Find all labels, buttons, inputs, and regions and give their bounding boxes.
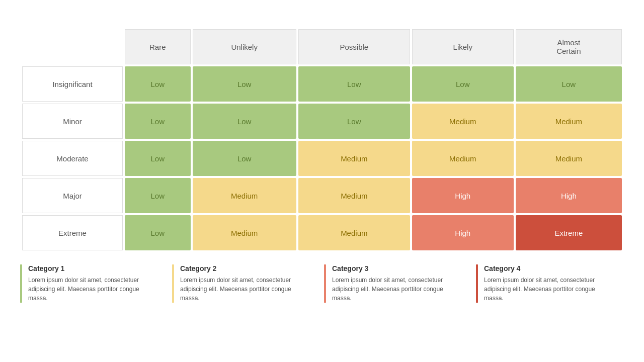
cell-moderate-4: Medium — [516, 141, 622, 176]
cell-minor-3: Medium — [412, 104, 514, 139]
cell-minor-4: Medium — [516, 104, 622, 139]
col-header-unlikely: Unlikely — [193, 29, 296, 64]
cell-extreme-0: Low — [125, 215, 191, 250]
cell-major-0: Low — [125, 178, 191, 213]
category-text-1: Lorem ipsum dolor sit amet, consectetuer… — [28, 276, 160, 303]
category-text-4: Lorem ipsum dolor sit amet, consectetuer… — [484, 276, 616, 303]
col-header-likely: Likely — [412, 29, 514, 64]
cell-moderate-3: Medium — [412, 141, 514, 176]
cell-minor-2: Low — [298, 104, 410, 139]
corner-header — [22, 29, 123, 64]
cell-moderate-1: Low — [193, 141, 296, 176]
cell-minor-1: Low — [193, 104, 296, 139]
cell-insignificant-0: Low — [125, 66, 191, 102]
category-3: Category 3Lorem ipsum dolor sit amet, co… — [324, 264, 472, 303]
cell-insignificant-2: Low — [298, 66, 410, 102]
cell-extreme-1: Medium — [193, 215, 296, 250]
cell-major-4: High — [516, 178, 622, 213]
category-4: Category 4Lorem ipsum dolor sit amet, co… — [476, 264, 624, 303]
row-header-major: Major — [22, 178, 123, 213]
cell-extreme-2: Medium — [298, 215, 410, 250]
col-header-rare: Rare — [125, 29, 191, 64]
heat-map-table: Rare Unlikely Possible Likely AlmostCert… — [20, 27, 624, 252]
cell-insignificant-4: Low — [516, 66, 622, 102]
cell-extreme-4: Extreme — [516, 215, 622, 250]
category-title-3: Category 3 — [332, 264, 464, 273]
category-title-1: Category 1 — [28, 264, 160, 273]
cell-major-3: High — [412, 178, 514, 213]
category-title-4: Category 4 — [484, 264, 616, 273]
category-text-3: Lorem ipsum dolor sit amet, consectetuer… — [332, 276, 464, 303]
cell-major-1: Medium — [193, 178, 296, 213]
cell-major-2: Medium — [298, 178, 410, 213]
cell-moderate-0: Low — [125, 141, 191, 176]
cell-insignificant-3: Low — [412, 66, 514, 102]
category-2: Category 2Lorem ipsum dolor sit amet, co… — [172, 264, 320, 303]
row-header-moderate: Moderate — [22, 141, 123, 176]
category-title-2: Category 2 — [180, 264, 312, 273]
cell-moderate-2: Medium — [298, 141, 410, 176]
row-header-minor: Minor — [22, 104, 123, 139]
categories-section: Category 1Lorem ipsum dolor sit amet, co… — [20, 264, 624, 303]
col-header-almost-certain: AlmostCertain — [516, 29, 622, 64]
category-text-2: Lorem ipsum dolor sit amet, consectetuer… — [180, 276, 312, 303]
category-1: Category 1Lorem ipsum dolor sit amet, co… — [20, 264, 168, 303]
cell-minor-0: Low — [125, 104, 191, 139]
cell-extreme-3: High — [412, 215, 514, 250]
row-header-insignificant: Insignificant — [22, 66, 123, 102]
row-header-extreme: Extreme — [22, 215, 123, 250]
col-header-possible: Possible — [298, 29, 410, 64]
cell-insignificant-1: Low — [193, 66, 296, 102]
